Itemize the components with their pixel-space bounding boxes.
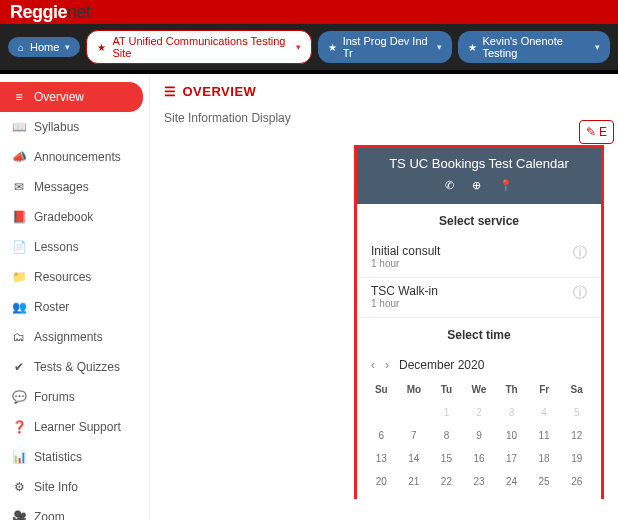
list-icon: ☰ bbox=[164, 84, 177, 99]
calendar-day[interactable]: 12 bbox=[560, 424, 593, 447]
calendar-day[interactable]: 4 bbox=[528, 401, 561, 424]
sidebar-item-gradebook[interactable]: 📕Gradebook bbox=[0, 202, 149, 232]
calendar-day[interactable]: 5 bbox=[560, 401, 593, 424]
calendar-dow: Fr bbox=[528, 378, 561, 401]
select-service-label: Select service bbox=[357, 204, 601, 238]
sidebar-icon: 📊 bbox=[12, 450, 26, 464]
sidebar-item-label: Assignments bbox=[34, 330, 103, 344]
main-content: ☰ OVERVIEW Site Information Display ✎ E … bbox=[150, 74, 618, 520]
calendar-day[interactable]: 2 bbox=[463, 401, 496, 424]
calendar-day[interactable]: 10 bbox=[495, 424, 528, 447]
edit-label: E bbox=[599, 125, 607, 139]
calendar-day[interactable]: 8 bbox=[430, 424, 463, 447]
calendar-day[interactable]: 19 bbox=[560, 447, 593, 470]
sidebar-item-label: Overview bbox=[34, 90, 84, 104]
calendar-day[interactable]: 6 bbox=[365, 424, 398, 447]
info-icon[interactable]: ⓘ bbox=[573, 244, 587, 262]
calendar-day[interactable]: 25 bbox=[528, 470, 561, 493]
calendar-dow: Sa bbox=[560, 378, 593, 401]
sidebar-item-forums[interactable]: 💬Forums bbox=[0, 382, 149, 412]
sidebar-item-label: Gradebook bbox=[34, 210, 93, 224]
calendar-day[interactable]: 24 bbox=[495, 470, 528, 493]
home-icon: ⌂ bbox=[18, 42, 24, 53]
brand-suffix: net bbox=[67, 2, 91, 22]
nav-site-active-label: AT Unified Communications Testing Site bbox=[112, 35, 289, 59]
edit-button[interactable]: ✎ E bbox=[579, 120, 614, 144]
service-option[interactable]: Initial consult1 hourⓘ bbox=[357, 238, 601, 278]
calendar-day[interactable]: 21 bbox=[398, 470, 431, 493]
booking-title: TS UC Bookings Test Calendar bbox=[363, 156, 595, 171]
pencil-icon: ✎ bbox=[586, 125, 596, 139]
brand-bar: Reggienet bbox=[0, 0, 618, 24]
sidebar-item-statistics[interactable]: 📊Statistics bbox=[0, 442, 149, 472]
calendar-dow: Mo bbox=[398, 378, 431, 401]
calendar-day[interactable]: 22 bbox=[430, 470, 463, 493]
service-name: TSC Walk-in bbox=[371, 284, 438, 298]
sidebar-icon: 👥 bbox=[12, 300, 26, 314]
calendar-dow: Su bbox=[365, 378, 398, 401]
location-icon[interactable]: 📍 bbox=[499, 179, 513, 192]
sidebar-item-overview[interactable]: ≡Overview bbox=[0, 82, 143, 112]
sidebar-icon: ⚙ bbox=[12, 480, 26, 494]
service-name: Initial consult bbox=[371, 244, 440, 258]
service-option[interactable]: TSC Walk-in1 hourⓘ bbox=[357, 278, 601, 318]
phone-icon[interactable]: ✆ bbox=[445, 179, 454, 192]
info-icon[interactable]: ⓘ bbox=[573, 284, 587, 302]
calendar-day[interactable]: 26 bbox=[560, 470, 593, 493]
calendar-day[interactable]: 20 bbox=[365, 470, 398, 493]
sidebar-item-label: Messages bbox=[34, 180, 89, 194]
sidebar-item-syllabus[interactable]: 📖Syllabus bbox=[0, 112, 149, 142]
calendar-day[interactable]: 15 bbox=[430, 447, 463, 470]
sidebar-item-lessons[interactable]: 📄Lessons bbox=[0, 232, 149, 262]
chevron-down-icon: ▾ bbox=[437, 42, 442, 52]
nav-home[interactable]: ⌂ Home ▾ bbox=[8, 37, 80, 57]
sidebar-icon: 📖 bbox=[12, 120, 26, 134]
chevron-down-icon: ▾ bbox=[65, 42, 70, 52]
sidebar-item-label: Lessons bbox=[34, 240, 79, 254]
nav-site-2[interactable]: ★ Inst Prog Dev Ind Tr ▾ bbox=[318, 31, 452, 63]
calendar-day[interactable]: 7 bbox=[398, 424, 431, 447]
star-icon: ★ bbox=[328, 42, 337, 53]
nav-site-3-label: Kevin's Onenote Testing bbox=[483, 35, 590, 59]
sidebar-item-roster[interactable]: 👥Roster bbox=[0, 292, 149, 322]
nav-site-3[interactable]: ★ Kevin's Onenote Testing ▾ bbox=[458, 31, 611, 63]
calendar-day[interactable]: 3 bbox=[495, 401, 528, 424]
calendar-day[interactable]: 23 bbox=[463, 470, 496, 493]
service-duration: 1 hour bbox=[371, 298, 438, 309]
sidebar-item-assignments[interactable]: 🗂Assignments bbox=[0, 322, 149, 352]
sidebar-item-tests-quizzes[interactable]: ✔Tests & Quizzes bbox=[0, 352, 149, 382]
sidebar: ≡Overview📖Syllabus📣Announcements✉Message… bbox=[0, 74, 150, 520]
calendar-day[interactable]: 13 bbox=[365, 447, 398, 470]
sidebar-item-label: Resources bbox=[34, 270, 91, 284]
sidebar-icon: 📕 bbox=[12, 210, 26, 224]
sidebar-item-zoom[interactable]: 🎥Zoom bbox=[0, 502, 149, 520]
sidebar-item-announcements[interactable]: 📣Announcements bbox=[0, 142, 149, 172]
sidebar-item-site-info[interactable]: ⚙Site Info bbox=[0, 472, 149, 502]
calendar-day[interactable]: 18 bbox=[528, 447, 561, 470]
calendar-day[interactable]: 9 bbox=[463, 424, 496, 447]
calendar-day[interactable]: 11 bbox=[528, 424, 561, 447]
calendar-day[interactable]: 16 bbox=[463, 447, 496, 470]
page-title: ☰ OVERVIEW bbox=[164, 84, 604, 99]
prev-month-button[interactable]: ‹ bbox=[371, 358, 375, 372]
calendar-day[interactable]: 1 bbox=[430, 401, 463, 424]
chevron-down-icon: ▾ bbox=[595, 42, 600, 52]
site-nav: ⌂ Home ▾ ★ AT Unified Communications Tes… bbox=[0, 24, 618, 70]
sidebar-icon: ❓ bbox=[12, 420, 26, 434]
sidebar-item-resources[interactable]: 📁Resources bbox=[0, 262, 149, 292]
sidebar-item-label: Tests & Quizzes bbox=[34, 360, 120, 374]
sidebar-item-label: Learner Support bbox=[34, 420, 121, 434]
calendar-dow: Tu bbox=[430, 378, 463, 401]
sidebar-icon: 📁 bbox=[12, 270, 26, 284]
nav-site-active[interactable]: ★ AT Unified Communications Testing Site… bbox=[86, 30, 311, 64]
site-info-label: Site Information Display bbox=[164, 111, 604, 125]
sidebar-icon: ✉ bbox=[12, 180, 26, 194]
next-month-button[interactable]: › bbox=[385, 358, 389, 372]
sidebar-item-learner-support[interactable]: ❓Learner Support bbox=[0, 412, 149, 442]
page-title-text: OVERVIEW bbox=[183, 84, 257, 99]
sidebar-item-messages[interactable]: ✉Messages bbox=[0, 172, 149, 202]
globe-icon[interactable]: ⊕ bbox=[472, 179, 481, 192]
calendar-day[interactable]: 14 bbox=[398, 447, 431, 470]
calendar-day[interactable]: 17 bbox=[495, 447, 528, 470]
service-duration: 1 hour bbox=[371, 258, 440, 269]
